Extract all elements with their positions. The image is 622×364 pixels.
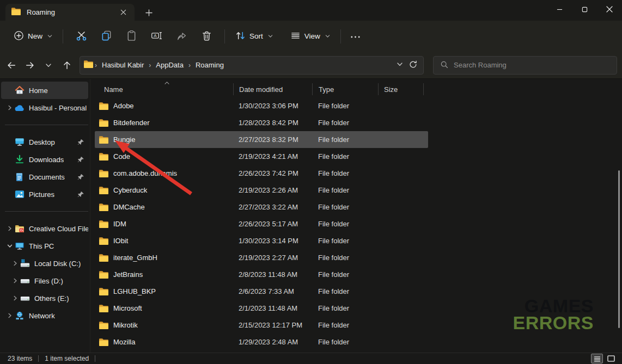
file-row-cyberduck[interactable]: Cyberduck2/19/2023 2:26 AMFile folder [95, 182, 428, 199]
paste-button[interactable] [119, 26, 144, 47]
large-icons-view-button[interactable] [605, 354, 617, 363]
file-date-modified: 2/6/2023 7:33 AM [233, 287, 312, 295]
chevron-right-icon[interactable] [10, 295, 20, 301]
chevron-right-icon[interactable] [4, 313, 15, 318]
file-row-bitdefender[interactable]: Bitdefender1/28/2023 8:42 PMFile folder [95, 114, 428, 131]
sidebar-item-documents[interactable]: Documents [1, 168, 88, 186]
cut-button[interactable] [69, 26, 94, 47]
folder-icon [99, 321, 109, 330]
new-button[interactable]: New [9, 27, 57, 46]
file-row-idm[interactable]: IDM2/26/2023 5:17 AMFile folder [95, 215, 428, 232]
chevron-right-icon[interactable] [10, 261, 20, 266]
file-type: File folder [312, 102, 378, 110]
file-date-modified: 1/30/2023 3:14 PM [233, 237, 312, 245]
pin-icon [77, 191, 88, 198]
file-name: Microsoft [113, 304, 142, 312]
search-input[interactable]: Search Roaming [433, 56, 617, 75]
file-name: Mozilla [113, 338, 135, 346]
file-row-mikrotik[interactable]: Mikrotik2/15/2023 12:17 PMFile folder [95, 317, 428, 334]
folder-icon [99, 152, 109, 161]
file-row-adobe[interactable]: Adobe1/30/2023 3:06 PMFile folder [95, 97, 428, 114]
column-header-name[interactable]: Name [95, 83, 233, 95]
sidebar-item-label: Creative Cloud Files [29, 225, 88, 233]
sidebar-item-label: This PC [29, 242, 54, 250]
file-type: File folder [312, 321, 378, 329]
breadcrumb[interactable]: › Hasibul Kabir › AppData › Roaming [80, 56, 424, 75]
sidebar-item-home[interactable]: Home [1, 82, 88, 99]
file-row-lghub-bkp[interactable]: LGHUB_BKP2/6/2023 7:33 AMFile folder [95, 283, 428, 300]
share-button[interactable] [169, 26, 194, 47]
breadcrumb-item-user[interactable]: Hasibul Kabir [98, 59, 148, 71]
sidebar-item-label: Others (E:) [34, 294, 69, 303]
file-row-bungie[interactable]: Bungie2/27/2023 8:32 PMFile folder [95, 131, 428, 148]
rename-button[interactable]: A [144, 26, 169, 47]
plus-circle-icon [14, 30, 24, 42]
details-view-button[interactable] [591, 354, 603, 363]
file-row-iobit[interactable]: IObit1/30/2023 3:14 PMFile folder [95, 232, 428, 249]
new-button-label: New [28, 32, 42, 40]
new-tab-button[interactable] [143, 7, 155, 18]
search-placeholder: Search Roaming [454, 61, 507, 69]
sidebar-item-desktop[interactable]: Desktop [1, 133, 88, 151]
more-icon [350, 32, 361, 40]
documents-icon [15, 172, 29, 182]
sidebar-divider [0, 203, 90, 220]
desktop-icon [15, 138, 29, 146]
forward-button[interactable] [21, 56, 39, 75]
vertical-scrollbar[interactable] [618, 170, 620, 328]
column-header-type-label: Type [319, 85, 334, 94]
tab-close-icon[interactable] [117, 7, 129, 18]
file-row-iterate-gmbh[interactable]: iterate_GmbH2/19/2023 2:27 AMFile folder [95, 249, 428, 266]
file-row-dmcache[interactable]: DMCache2/27/2023 3:22 AMFile folder [95, 199, 428, 215]
selection-count: 1 item selected [45, 355, 89, 362]
file-row-microsoft[interactable]: Microsoft2/1/2023 11:48 AMFile folder [95, 300, 428, 317]
file-row-code[interactable]: Code2/19/2023 4:21 AMFile folder [95, 148, 428, 165]
toolbar-separator [340, 29, 341, 44]
minimize-button[interactable] [547, 0, 572, 18]
chevron-down-icon[interactable] [4, 243, 15, 249]
pictures-icon [15, 190, 29, 199]
file-row-mozilla[interactable]: Mozilla1/29/2023 2:48 AMFile folder [95, 334, 428, 350]
view-button[interactable]: View [285, 27, 335, 46]
delete-button[interactable] [194, 26, 219, 47]
sidebar-item-others-e[interactable]: Others (E:) [1, 289, 88, 307]
breadcrumb-item-appdata[interactable]: AppData [152, 59, 187, 71]
sidebar-item-hasibul-personal[interactable]: Hasibul - Personal [1, 99, 88, 116]
file-row-jetbrains[interactable]: JetBrains2/8/2023 11:48 AMFile folder [95, 266, 428, 283]
sidebar-item-this-pc[interactable]: This PC [1, 237, 88, 255]
file-date-modified: 2/26/2023 7:42 PM [233, 169, 312, 177]
file-type: File folder [312, 152, 378, 161]
sidebar-item-downloads[interactable]: Downloads [1, 151, 88, 168]
more-options-button[interactable] [346, 26, 365, 47]
column-header-date-modified[interactable]: Date modified [233, 83, 312, 95]
sidebar-item-files-d[interactable]: Files (D:) [1, 272, 88, 289]
sidebar-item-creative-cloud-files[interactable]: CcCreative Cloud Files [1, 220, 88, 237]
up-button[interactable] [58, 56, 76, 75]
chevron-right-icon[interactable] [4, 226, 15, 231]
chevron-right-icon[interactable] [10, 278, 20, 283]
sidebar-item-pictures[interactable]: Pictures [1, 186, 88, 203]
sidebar-item-label: Home [29, 87, 48, 95]
close-button[interactable] [597, 0, 622, 18]
tab-roaming[interactable]: Roaming [5, 4, 135, 21]
paste-icon [126, 30, 137, 43]
breadcrumb-item-roaming[interactable]: Roaming [192, 59, 228, 71]
sidebar-item-local-disk-c[interactable]: Local Disk (C:) [1, 255, 88, 272]
sidebar-item-network[interactable]: Network [1, 307, 88, 324]
column-header-size[interactable]: Size [378, 83, 424, 95]
back-button[interactable] [2, 56, 21, 75]
file-row-com-adobe-dunamis[interactable]: com.adobe.dunamis2/26/2023 7:42 PMFile f… [95, 165, 428, 182]
file-list-pane: Name Date modified Type Size Adobe1/30/2… [90, 79, 622, 353]
refresh-icon[interactable] [408, 60, 418, 71]
copy-button[interactable] [94, 26, 119, 47]
file-date-modified: 2/19/2023 2:26 AM [233, 186, 312, 194]
file-date-modified: 2/26/2023 5:17 AM [233, 220, 312, 228]
column-header-type[interactable]: Type [312, 83, 378, 95]
folder-icon [99, 338, 109, 347]
chevron-right-icon[interactable] [4, 105, 15, 110]
sort-button[interactable]: Sort [230, 27, 278, 46]
maximize-button[interactable] [572, 0, 597, 18]
recent-locations-button[interactable] [39, 56, 58, 75]
folder-icon [99, 135, 109, 144]
address-dropdown-icon[interactable] [397, 61, 403, 69]
